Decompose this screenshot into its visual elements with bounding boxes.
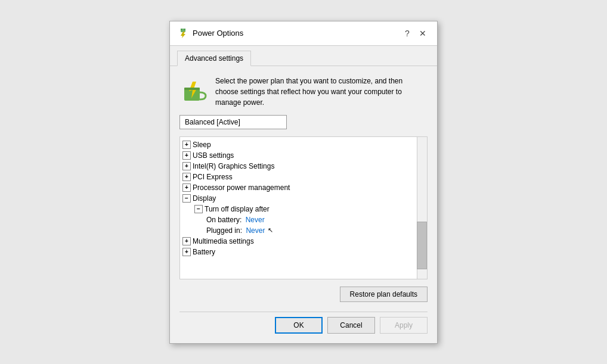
tree-item-display[interactable]: − Display [180,193,417,204]
expand-icon-multimedia[interactable]: + [182,237,191,245]
title-bar-controls: ? ✕ [400,26,430,41]
footer-buttons: OK Cancel Apply [170,312,437,343]
power-plan-dropdown-container: Balanced [Active] High performance Power… [179,115,428,129]
scrollbar-track[interactable] [417,137,427,279]
tree-label-plugged-in: Plugged in: [206,226,244,235]
dialog-title: Power Options [193,29,397,38]
scrollbar-thumb[interactable] [417,222,427,269]
power-options-dialog: Power Options ? ✕ Advanced settings [169,21,438,344]
tree-item-multimedia[interactable]: + Multimedia settings [180,236,417,247]
tree-label-battery: Battery [193,248,215,256]
power-plan-icon [179,76,208,104]
expand-icon-sleep[interactable]: + [182,141,191,149]
close-button[interactable]: ✕ [416,26,430,41]
tree-label-turn-off: Turn off display after [205,205,270,213]
tree-label-processor: Processor power management [193,183,290,192]
tree-item-on-battery[interactable]: On battery: Never [180,214,417,225]
intro-section: Select the power plan that you want to c… [179,76,428,108]
tree-item-intel-graphics[interactable]: + Intel(R) Graphics Settings [180,161,417,172]
tabs-bar: Advanced settings [170,46,437,66]
tree-label-intel: Intel(R) Graphics Settings [193,162,274,170]
cursor-indicator: ↖ [268,226,273,234]
tree-label-on-battery: On battery: [206,216,244,224]
svg-rect-3 [184,29,185,30]
svg-rect-2 [181,29,182,30]
intro-text: Select the power plan that you want to c… [215,76,428,108]
restore-defaults-button[interactable]: Restore plan defaults [340,287,428,302]
tree-label-pci: PCI Express [193,173,233,181]
expand-icon-turn-off[interactable]: − [194,205,203,213]
expand-icon-intel[interactable]: + [182,162,191,170]
title-bar: Power Options ? ✕ [170,21,437,46]
tree-item-turn-off-display[interactable]: − Turn off display after [180,204,417,214]
tree-item-sleep[interactable]: + Sleep [180,139,417,150]
expand-icon-processor[interactable]: + [182,183,191,192]
tree-label-multimedia: Multimedia settings [193,237,254,245]
content-area: Select the power plan that you want to c… [170,66,437,312]
svg-rect-6 [184,88,200,90]
power-plan-dropdown[interactable]: Balanced [Active] High performance Power… [179,115,287,129]
tree-item-processor[interactable]: + Processor power management [180,182,417,193]
expand-icon-display[interactable]: − [182,194,191,203]
expand-icon-pci[interactable]: + [182,173,191,181]
apply-button: Apply [380,317,428,334]
tree-label-sleep: Sleep [193,141,211,149]
tree-label-usb: USB settings [193,151,234,160]
dialog-icon [177,27,189,39]
tree-item-usb[interactable]: + USB settings [180,150,417,161]
tree-item-battery[interactable]: + Battery [180,247,417,257]
on-battery-value[interactable]: Never [246,216,265,224]
help-button[interactable]: ? [400,26,414,41]
ok-button[interactable]: OK [275,317,323,334]
tab-advanced-settings[interactable]: Advanced settings [177,51,251,66]
defaults-row: Restore plan defaults [179,287,428,302]
settings-tree[interactable]: + Sleep + USB settings + Intel(R) Graphi… [179,136,428,279]
expand-icon-battery[interactable]: + [182,248,191,256]
plugged-in-value[interactable]: Never [246,226,265,235]
svg-marker-1 [181,32,185,38]
tree-label-display: Display [193,194,216,203]
tree-item-plugged-in[interactable]: Plugged in: Never ↖ [180,225,417,236]
tree-list: + Sleep + USB settings + Intel(R) Graphi… [180,137,417,260]
tree-item-pci[interactable]: + PCI Express [180,172,417,182]
expand-icon-usb[interactable]: + [182,151,191,160]
cancel-button[interactable]: Cancel [327,317,375,334]
